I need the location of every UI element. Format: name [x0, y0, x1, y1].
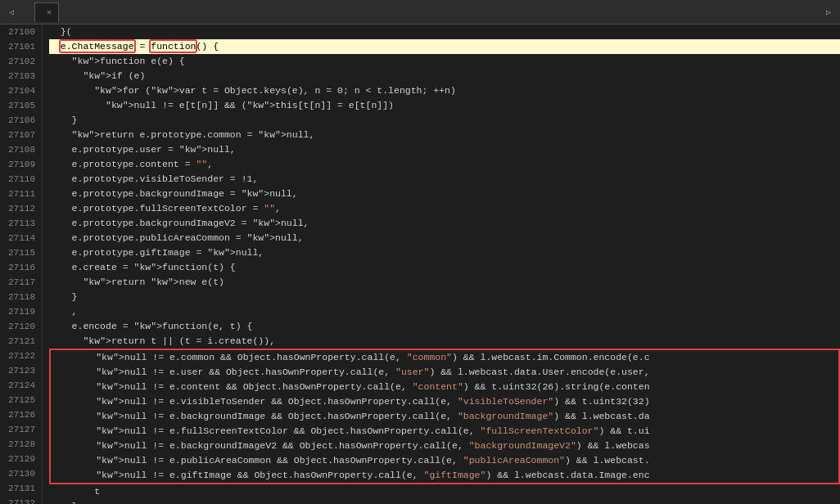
- line-text-27104: "kw">for ("kw">var t = Object.keys(e), n…: [49, 83, 840, 98]
- line-text-27128: "kw">null != e.backgroundImageV2 && Obje…: [51, 439, 838, 453]
- code-line-27123: "kw">null != e.user && Object.hasOwnProp…: [51, 365, 838, 380]
- line-numbers-gutter: 2710027101271022710327104271052710627107…: [0, 25, 43, 504]
- line-number-27112: 27112: [3, 201, 35, 216]
- line-number-27119: 27119: [3, 304, 35, 319]
- line-number-27114: 27114: [3, 231, 35, 245]
- line-text-27107: "kw">return e.prototype.common = "kw">nu…: [49, 128, 840, 142]
- line-text-27118: }: [49, 290, 840, 304]
- line-text-27106: }: [49, 113, 840, 128]
- code-line-27128: "kw">null != e.backgroundImageV2 && Obje…: [51, 439, 838, 453]
- tab-prev-button[interactable]: ◁: [3, 2, 20, 22]
- code-line-27129: "kw">null != e.publicAreaCommon && Objec…: [51, 453, 838, 468]
- line-text-27120: e.encode = "kw">function(e, t) {: [49, 319, 840, 334]
- line-text-27109: e.prototype.content = "",: [49, 157, 840, 172]
- line-number-27123: 27123: [3, 363, 35, 378]
- code-line-27116: e.create = "kw">function(t) {: [49, 260, 840, 275]
- line-number-27106: 27106: [3, 113, 35, 128]
- code-line-27118: }: [49, 290, 840, 304]
- code-line-27111: e.prototype.backgroundImage = "kw">null,: [49, 187, 840, 201]
- line-text-27132: }: [49, 499, 840, 504]
- code-line-27101: e.ChatMessage = function() {: [49, 39, 840, 54]
- code-line-27112: e.prototype.fullScreenTextColor = "",: [49, 201, 840, 216]
- line-number-27107: 27107: [3, 128, 35, 142]
- line-number-27130: 27130: [3, 466, 35, 481]
- line-text-27123: "kw">null != e.user && Object.hasOwnProp…: [51, 365, 838, 380]
- line-number-27105: 27105: [3, 98, 35, 113]
- line-number-27125: 27125: [3, 393, 35, 407]
- line-number-27108: 27108: [3, 142, 35, 157]
- line-number-27132: 27132: [3, 496, 35, 504]
- line-number-27129: 27129: [3, 452, 35, 466]
- line-number-27120: 27120: [3, 319, 35, 334]
- line-text-27116: e.create = "kw">function(t) {: [49, 260, 840, 275]
- line-text-27122: "kw">null != e.common && Object.hasOwnPr…: [51, 350, 838, 365]
- line-text-27103: "kw">if (e): [49, 69, 840, 83]
- line-text-27130: "kw">null != e.giftImage && Object.hasOw…: [51, 468, 838, 483]
- code-line-27131: t: [49, 484, 840, 499]
- code-line-27127: "kw">null != e.fullScreenTextColor && Ob…: [51, 424, 838, 439]
- tab-2-close-icon[interactable]: ✕: [47, 7, 52, 17]
- line-number-27113: 27113: [3, 216, 35, 231]
- code-line-27126: "kw">null != e.backgroundImage && Object…: [51, 409, 838, 424]
- line-number-27131: 27131: [3, 481, 35, 496]
- line-number-27128: 27128: [3, 437, 35, 452]
- line-text-27129: "kw">null != e.publicAreaCommon && Objec…: [51, 453, 838, 468]
- code-line-27124: "kw">null != e.content && Object.hasOwnP…: [51, 380, 838, 394]
- line-text-27111: e.prototype.backgroundImage = "kw">null,: [49, 187, 840, 201]
- red-section-box: "kw">null != e.common && Object.hasOwnPr…: [49, 349, 840, 484]
- line-text-27126: "kw">null != e.backgroundImage && Object…: [51, 409, 838, 424]
- code-line-27100: }(: [49, 25, 840, 39]
- line-text-27113: e.prototype.backgroundImageV2 = "kw">nul…: [49, 216, 840, 231]
- code-line-27121: "kw">return t || (t = i.create()),: [49, 334, 840, 349]
- line-number-27121: 27121: [3, 334, 35, 349]
- line-number-27104: 27104: [3, 83, 35, 98]
- line-text-27108: e.prototype.user = "kw">null,: [49, 142, 840, 157]
- code-line-27113: e.prototype.backgroundImageV2 = "kw">nul…: [49, 216, 840, 231]
- code-line-27110: e.prototype.visibleToSender = !1,: [49, 172, 840, 187]
- line-text-27127: "kw">null != e.fullScreenTextColor && Ob…: [51, 424, 838, 439]
- code-line-27122: "kw">null != e.common && Object.hasOwnPr…: [51, 350, 838, 365]
- code-line-27119: ,: [49, 304, 840, 319]
- code-line-27115: e.prototype.giftImage = "kw">null,: [49, 245, 840, 260]
- editor-container: 2710027101271022710327104271052710627107…: [0, 25, 840, 504]
- line-number-27110: 27110: [3, 172, 35, 187]
- code-line-27132: }: [49, 499, 840, 504]
- tab-overflow-button[interactable]: ▷: [820, 2, 837, 22]
- line-number-27100: 27100: [3, 25, 35, 39]
- line-text-27100: }(: [49, 25, 840, 39]
- code-line-27107: "kw">return e.prototype.common = "kw">nu…: [49, 128, 840, 142]
- line-text-27102: "kw">function e(e) {: [49, 54, 840, 69]
- code-line-27114: e.prototype.publicAreaCommon = "kw">null…: [49, 231, 840, 245]
- code-line-27105: "kw">null != e[t[n]] && ("kw">this[t[n]]…: [49, 98, 840, 113]
- line-number-27127: 27127: [3, 422, 35, 437]
- line-text-27114: e.prototype.publicAreaCommon = "kw">null…: [49, 231, 840, 245]
- code-line-27103: "kw">if (e): [49, 69, 840, 83]
- line-text-27110: e.prototype.visibleToSender = !1,: [49, 172, 840, 187]
- line-number-27126: 27126: [3, 407, 35, 422]
- line-number-27117: 27117: [3, 275, 35, 290]
- code-line-27120: e.encode = "kw">function(e, t) {: [49, 319, 840, 334]
- line-number-27122: 27122: [3, 349, 35, 363]
- code-line-27104: "kw">for ("kw">var t = Object.keys(e), n…: [49, 83, 840, 98]
- line-text-27125: "kw">null != e.visibleToSender && Object…: [51, 394, 838, 409]
- line-text-27112: e.prototype.fullScreenTextColor = "",: [49, 201, 840, 216]
- line-number-27124: 27124: [3, 378, 35, 393]
- code-line-27108: e.prototype.user = "kw">null,: [49, 142, 840, 157]
- code-area[interactable]: }( e.ChatMessage = function() { "kw">fun…: [43, 25, 840, 504]
- line-number-27101: 27101: [3, 39, 35, 54]
- code-line-27109: e.prototype.content = "",: [49, 157, 840, 172]
- tab-1[interactable]: [20, 2, 34, 22]
- code-line-27117: "kw">return "kw">new e(t): [49, 275, 840, 290]
- line-number-27118: 27118: [3, 290, 35, 304]
- code-line-27130: "kw">null != e.giftImage && Object.hasOw…: [51, 468, 838, 483]
- tab-bar: ◁ ✕ ▷: [0, 0, 840, 25]
- tab-2[interactable]: ✕: [34, 2, 59, 22]
- line-number-27109: 27109: [3, 157, 35, 172]
- line-number-27103: 27103: [3, 69, 35, 83]
- line-text-27115: e.prototype.giftImage = "kw">null,: [49, 245, 840, 260]
- line-number-27102: 27102: [3, 54, 35, 69]
- line-text-27105: "kw">null != e[t[n]] && ("kw">this[t[n]]…: [49, 98, 840, 113]
- code-line-27125: "kw">null != e.visibleToSender && Object…: [51, 394, 838, 409]
- line-text-27124: "kw">null != e.content && Object.hasOwnP…: [51, 380, 838, 394]
- code-line-27106: }: [49, 113, 840, 128]
